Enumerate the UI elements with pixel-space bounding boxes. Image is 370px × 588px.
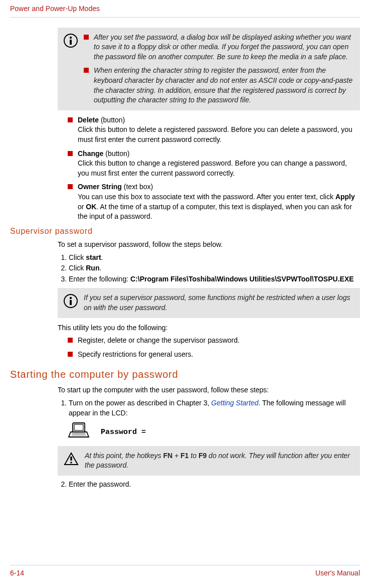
- change-item: Change (button) Click this button to cha…: [78, 149, 360, 179]
- header-title: Power and Power-Up Modes: [10, 5, 100, 13]
- footer-page: 6-14: [10, 568, 24, 578]
- postinfo-b1: Register, delete or change the superviso…: [78, 336, 360, 346]
- bullet-square: [68, 151, 73, 156]
- delete-title: Delete: [78, 116, 99, 124]
- bullet-square: [84, 68, 89, 73]
- owner-suffix: (text box): [122, 183, 153, 191]
- owner-title: Owner String: [78, 183, 122, 191]
- bullet-square: [68, 338, 73, 343]
- info-note-2: If you set a supervisor password, some f…: [58, 288, 360, 318]
- password-prompt: Password =: [101, 427, 146, 437]
- info1-item2: When entering the character string to re…: [94, 66, 354, 105]
- svg-rect-7: [74, 424, 83, 430]
- svg-point-4: [70, 297, 72, 299]
- svg-point-1: [70, 36, 72, 38]
- sup-step2: Click Run.: [69, 263, 360, 273]
- change-title: Change: [78, 150, 103, 158]
- page-header: Power and Power-Up Modes: [10, 0, 360, 18]
- caution-icon: [64, 452, 79, 469]
- delete-item: Delete (button) Click this button to del…: [78, 115, 360, 145]
- bullet-square: [68, 352, 73, 357]
- svg-rect-5: [70, 300, 72, 305]
- owner-text-a: You can use this box to associate text w…: [78, 193, 335, 201]
- owner-item: Owner String (text box) You can use this…: [78, 182, 360, 221]
- supervisor-heading: Supervisor password: [10, 226, 360, 237]
- supervisor-steps: Click start. Click Run. Enter the follow…: [58, 253, 360, 284]
- owner-ok: OK: [86, 203, 96, 211]
- starting-heading: Starting the computer by password: [10, 367, 360, 381]
- change-suffix: (button): [103, 150, 129, 158]
- info1-item1: After you set the password, a dialog box…: [94, 33, 354, 62]
- bullet-square: [68, 184, 73, 189]
- info-icon: [64, 294, 78, 311]
- page-footer: 6-14 User's Manual: [10, 565, 360, 578]
- delete-text: Click this button to delete a registered…: [78, 125, 352, 143]
- starting-intro: To start up the computer with the user p…: [58, 385, 360, 395]
- footer-manual: User's Manual: [315, 568, 360, 578]
- start-step1: Turn on the power as described in Chapte…: [69, 398, 360, 418]
- starting-steps: Turn on the power as described in Chapte…: [58, 398, 360, 418]
- starting-steps-cont: Enter the password.: [58, 480, 360, 490]
- svg-rect-2: [70, 40, 72, 45]
- lcd-message-row: Password =: [58, 422, 360, 442]
- caution-note: At this point, the hotkeys FN + F1 to F9…: [58, 446, 360, 476]
- bullet-square: [68, 117, 73, 122]
- bullet-square: [84, 35, 89, 40]
- start-step2: Enter the password.: [69, 480, 360, 490]
- owner-apply: Apply: [335, 193, 355, 201]
- sup-step1: Click start.: [69, 253, 360, 263]
- info-icon: [64, 34, 78, 51]
- info-note-1: After you set the password, a dialog box…: [58, 28, 360, 110]
- info2-text: If you set a supervisor password, some f…: [84, 293, 354, 313]
- svg-point-11: [70, 462, 72, 464]
- laptop-icon: [68, 422, 90, 442]
- postinfo-intro: This utility lets you do the following:: [58, 323, 360, 333]
- postinfo-b2: Specify restrictions for general users.: [78, 350, 360, 360]
- sup-step3: Enter the following: C:\Program Files\To…: [69, 274, 360, 284]
- svg-rect-10: [70, 457, 72, 461]
- supervisor-intro: To set a supervisor password, follow the…: [58, 240, 360, 250]
- change-text: Click this button to change a registered…: [78, 159, 347, 177]
- caution-text: At this point, the hotkeys FN + F1 to F9…: [85, 451, 354, 471]
- owner-text-b: . At the time of a startup of a computer…: [78, 203, 352, 221]
- owner-or: or: [78, 203, 86, 211]
- getting-started-link[interactable]: Getting Started: [211, 399, 258, 407]
- delete-suffix: (button): [99, 116, 125, 124]
